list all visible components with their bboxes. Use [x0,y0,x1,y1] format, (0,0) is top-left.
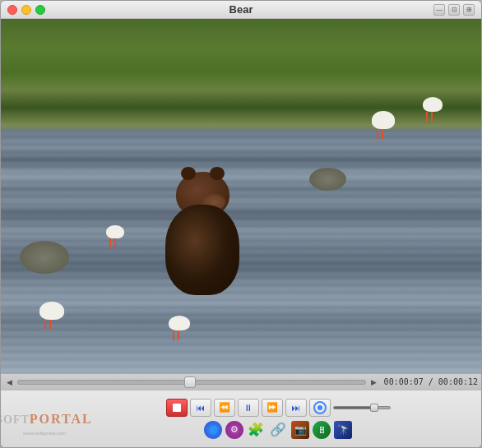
fullscreen-button[interactable]: ⊞ [463,4,475,16]
seek-bar-area: ◀ ▶ 00:00:07 / 00:00:12 [1,373,481,390]
step-forward-icon: ⏭ [291,403,300,413]
camera-icon: 📷 [294,424,307,436]
step-forward-button[interactable]: ⏭ [285,399,307,417]
seagull-2-body [423,97,443,112]
scene-background [1,19,481,373]
seagull-5 [169,316,190,330]
puzzle-button[interactable]: 🧩 [247,421,265,439]
seek-right-arrow[interactable]: ▶ [369,377,379,387]
loop-icon [313,401,327,414]
loop-button[interactable] [309,399,331,417]
video-area [1,19,481,373]
maximize-button[interactable] [35,5,45,15]
binoculars-button[interactable]: 🔭 [334,421,352,439]
seagull-3 [106,225,124,238]
binoculars-icon: 🔭 [337,424,350,436]
link-icon: 🔗 [270,422,286,437]
bear-body [165,205,239,295]
seagull-2 [423,97,443,112]
step-back-button[interactable]: ⏮ [190,399,211,417]
puzzle-icon: 🧩 [248,422,264,437]
www-icon: 🌐 [209,426,218,434]
seek-track[interactable] [17,380,366,385]
seagull-4 [39,302,64,320]
fast-forward-icon: ⏩ [266,402,278,413]
seagull-1 [372,111,395,129]
logo-subtext: www.softportal.com [7,431,81,436]
window-title: Bear [229,3,253,16]
vegetation [1,19,481,132]
bear [145,164,260,295]
seagull-1-body [372,111,395,129]
rewind-button[interactable]: ⏪ [214,399,235,417]
bear-ear-right [210,167,225,180]
logo-text: SOFTPORTAL [0,410,93,427]
link-button[interactable]: 🔗 [268,420,288,440]
seek-thumb[interactable] [184,376,196,388]
bear-ear-left [181,167,196,180]
restore-button[interactable]: ⊡ [448,4,460,16]
media-player-window: Bear — ⊡ ⊞ [0,0,482,448]
pause-icon: ⏸ [243,403,253,413]
logo-area: SOFTPORTAL www.softportal.com [7,395,81,444]
rewind-icon: ⏪ [219,402,230,413]
bottom-icon-row: 🌐 ⚙ 🧩 🔗 📷 🎚 🔭 [204,420,352,440]
step-back-icon: ⏮ [196,403,205,413]
settings-button[interactable]: ⚙ [225,421,243,439]
transport-controls: ⏮ ⏪ ⏸ ⏩ ⏭ [166,399,391,417]
equalizer-icon: 🎚 [317,425,327,435]
seek-left-arrow[interactable]: ◀ [4,377,14,387]
volume-thumb[interactable] [370,404,378,412]
pause-button[interactable]: ⏸ [238,399,259,417]
volume-slider[interactable] [333,406,391,409]
stop-icon [173,404,181,412]
minimize-button[interactable] [21,5,31,15]
volume-fill [334,407,373,409]
controls-area: SOFTPORTAL www.softportal.com ⏮ ⏪ [1,390,481,447]
seagull-5-body [169,316,190,330]
seagull-3-body [106,225,124,238]
camera-button[interactable]: 📷 [291,421,309,439]
video-scene [1,19,481,373]
close-button[interactable] [7,5,17,15]
stop-button[interactable] [166,399,188,417]
settings-icon: ⚙ [230,424,239,435]
www-button[interactable]: 🌐 [204,421,222,439]
title-bar-right-controls: — ⊡ ⊞ [433,4,475,16]
fast-forward-button[interactable]: ⏩ [262,399,283,417]
window-controls [7,5,45,15]
title-bar: Bear — ⊡ ⊞ [1,1,481,19]
volume-track[interactable] [333,406,391,409]
zoom-button[interactable]: — [433,4,445,16]
seagull-4-body [39,302,64,320]
equalizer-button[interactable]: 🎚 [313,421,331,439]
controls-center: ⏮ ⏪ ⏸ ⏩ ⏭ [81,399,475,440]
time-display: 00:00:07 / 00:00:12 [384,377,478,386]
